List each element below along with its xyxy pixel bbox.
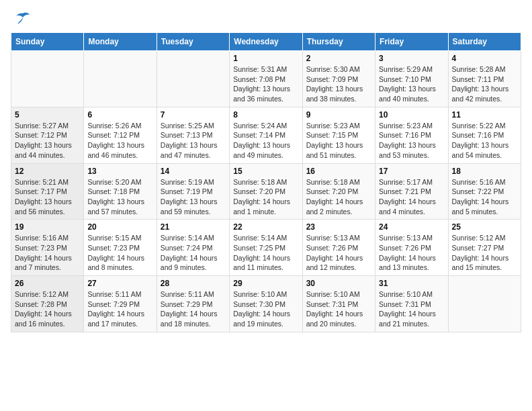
day-number: 3 [379,54,444,63]
day-info: Sunrise: 5:14 AM Sunset: 7:25 PM Dayligh… [233,233,298,273]
page-header [11,11,521,27]
calendar-day-header: Sunday [11,33,84,51]
calendar-week-row: 26Sunrise: 5:12 AM Sunset: 7:28 PM Dayli… [11,276,521,332]
calendar-day-header: Saturday [448,33,521,51]
calendar-day-cell: 26Sunrise: 5:12 AM Sunset: 7:28 PM Dayli… [11,276,84,332]
day-info: Sunrise: 5:26 AM Sunset: 7:12 PM Dayligh… [87,121,152,161]
calendar-day-cell: 21Sunrise: 5:14 AM Sunset: 7:24 PM Dayli… [157,220,229,276]
calendar-day-cell: 25Sunrise: 5:12 AM Sunset: 7:27 PM Dayli… [448,220,521,276]
day-info: Sunrise: 5:31 AM Sunset: 7:08 PM Dayligh… [233,64,298,104]
day-info: Sunrise: 5:16 AM Sunset: 7:22 PM Dayligh… [452,177,517,217]
day-info: Sunrise: 5:18 AM Sunset: 7:20 PM Dayligh… [233,177,298,217]
day-number: 14 [161,167,226,176]
day-info: Sunrise: 5:12 AM Sunset: 7:27 PM Dayligh… [452,233,517,273]
logo-bird-icon [11,11,31,27]
day-number: 11 [452,110,517,120]
day-number: 10 [379,110,444,120]
calendar-day-header: Tuesday [157,33,229,51]
day-info: Sunrise: 5:11 AM Sunset: 7:29 PM Dayligh… [161,289,226,329]
calendar-day-cell: 16Sunrise: 5:18 AM Sunset: 7:20 PM Dayli… [302,163,375,220]
day-info: Sunrise: 5:10 AM Sunset: 7:31 PM Dayligh… [306,289,371,329]
day-info: Sunrise: 5:23 AM Sunset: 7:15 PM Dayligh… [306,121,371,161]
calendar-day-cell: 30Sunrise: 5:10 AM Sunset: 7:31 PM Dayli… [302,276,375,332]
day-number: 26 [15,279,80,288]
day-number: 20 [87,222,152,232]
day-info: Sunrise: 5:17 AM Sunset: 7:21 PM Dayligh… [379,177,444,217]
day-info: Sunrise: 5:28 AM Sunset: 7:11 PM Dayligh… [452,64,517,104]
day-info: Sunrise: 5:21 AM Sunset: 7:17 PM Dayligh… [15,177,80,217]
day-number: 23 [306,222,371,232]
day-number: 19 [15,222,80,232]
day-info: Sunrise: 5:25 AM Sunset: 7:13 PM Dayligh… [161,121,226,161]
calendar-day-cell [11,51,84,107]
calendar-day-cell: 19Sunrise: 5:16 AM Sunset: 7:23 PM Dayli… [11,220,84,276]
calendar-day-cell: 17Sunrise: 5:17 AM Sunset: 7:21 PM Dayli… [375,163,448,220]
day-number: 25 [452,222,517,232]
calendar-week-row: 19Sunrise: 5:16 AM Sunset: 7:23 PM Dayli… [11,220,521,276]
day-info: Sunrise: 5:16 AM Sunset: 7:23 PM Dayligh… [15,233,80,273]
calendar-day-cell: 22Sunrise: 5:14 AM Sunset: 7:25 PM Dayli… [230,220,302,276]
calendar-day-cell: 1Sunrise: 5:31 AM Sunset: 7:08 PM Daylig… [230,51,302,107]
calendar-day-cell: 9Sunrise: 5:23 AM Sunset: 7:15 PM Daylig… [302,107,375,163]
calendar-day-cell: 14Sunrise: 5:19 AM Sunset: 7:19 PM Dayli… [157,163,229,220]
calendar-day-cell: 4Sunrise: 5:28 AM Sunset: 7:11 PM Daylig… [448,51,521,107]
calendar-day-header: Wednesday [230,33,302,51]
calendar-day-cell: 6Sunrise: 5:26 AM Sunset: 7:12 PM Daylig… [84,107,157,163]
day-number: 13 [87,167,152,176]
calendar-day-cell: 10Sunrise: 5:23 AM Sunset: 7:16 PM Dayli… [375,107,448,163]
calendar-header-row: SundayMondayTuesdayWednesdayThursdayFrid… [11,33,521,51]
day-number: 21 [161,222,226,232]
calendar-day-cell [448,276,521,332]
day-number: 17 [379,167,444,176]
day-number: 15 [233,167,298,176]
calendar-day-cell: 23Sunrise: 5:13 AM Sunset: 7:26 PM Dayli… [302,220,375,276]
day-number: 16 [306,167,371,176]
day-info: Sunrise: 5:11 AM Sunset: 7:29 PM Dayligh… [87,289,152,329]
calendar-day-cell: 27Sunrise: 5:11 AM Sunset: 7:29 PM Dayli… [84,276,157,332]
calendar-day-cell: 29Sunrise: 5:10 AM Sunset: 7:30 PM Dayli… [230,276,302,332]
day-number: 27 [87,279,152,288]
calendar-week-row: 5Sunrise: 5:27 AM Sunset: 7:12 PM Daylig… [11,107,521,163]
day-info: Sunrise: 5:30 AM Sunset: 7:09 PM Dayligh… [306,64,371,104]
day-info: Sunrise: 5:12 AM Sunset: 7:28 PM Dayligh… [15,289,80,329]
calendar-day-cell: 15Sunrise: 5:18 AM Sunset: 7:20 PM Dayli… [230,163,302,220]
calendar-day-cell: 8Sunrise: 5:24 AM Sunset: 7:14 PM Daylig… [230,107,302,163]
day-number: 22 [233,222,298,232]
calendar-day-header: Monday [84,33,157,51]
day-number: 5 [15,110,80,120]
day-number: 8 [233,110,298,120]
calendar-week-row: 1Sunrise: 5:31 AM Sunset: 7:08 PM Daylig… [11,51,521,107]
calendar-day-cell: 20Sunrise: 5:15 AM Sunset: 7:23 PM Dayli… [84,220,157,276]
calendar-day-cell: 12Sunrise: 5:21 AM Sunset: 7:17 PM Dayli… [11,163,84,220]
day-info: Sunrise: 5:13 AM Sunset: 7:26 PM Dayligh… [379,233,444,273]
day-number: 30 [306,279,371,288]
day-number: 29 [233,279,298,288]
calendar-day-cell: 2Sunrise: 5:30 AM Sunset: 7:09 PM Daylig… [302,51,375,107]
calendar-day-cell: 31Sunrise: 5:10 AM Sunset: 7:31 PM Dayli… [375,276,448,332]
calendar-day-cell: 7Sunrise: 5:25 AM Sunset: 7:13 PM Daylig… [157,107,229,163]
day-info: Sunrise: 5:19 AM Sunset: 7:19 PM Dayligh… [161,177,226,217]
day-number: 28 [161,279,226,288]
day-info: Sunrise: 5:10 AM Sunset: 7:30 PM Dayligh… [233,289,298,329]
calendar-table: SundayMondayTuesdayWednesdayThursdayFrid… [11,32,521,332]
day-info: Sunrise: 5:29 AM Sunset: 7:10 PM Dayligh… [379,64,444,104]
calendar-week-row: 12Sunrise: 5:21 AM Sunset: 7:17 PM Dayli… [11,163,521,220]
logo [11,11,34,27]
day-number: 4 [452,54,517,63]
day-info: Sunrise: 5:13 AM Sunset: 7:26 PM Dayligh… [306,233,371,273]
calendar-day-cell [84,51,157,107]
day-number: 24 [379,222,444,232]
calendar-day-cell: 5Sunrise: 5:27 AM Sunset: 7:12 PM Daylig… [11,107,84,163]
day-info: Sunrise: 5:10 AM Sunset: 7:31 PM Dayligh… [379,289,444,329]
day-number: 1 [233,54,298,63]
day-number: 9 [306,110,371,120]
day-info: Sunrise: 5:14 AM Sunset: 7:24 PM Dayligh… [161,233,226,273]
day-number: 7 [161,110,226,120]
calendar-day-cell: 13Sunrise: 5:20 AM Sunset: 7:18 PM Dayli… [84,163,157,220]
day-info: Sunrise: 5:15 AM Sunset: 7:23 PM Dayligh… [87,233,152,273]
day-number: 31 [379,279,444,288]
day-number: 18 [452,167,517,176]
day-info: Sunrise: 5:20 AM Sunset: 7:18 PM Dayligh… [87,177,152,217]
calendar-day-cell: 18Sunrise: 5:16 AM Sunset: 7:22 PM Dayli… [448,163,521,220]
calendar-body: 1Sunrise: 5:31 AM Sunset: 7:08 PM Daylig… [11,51,521,332]
